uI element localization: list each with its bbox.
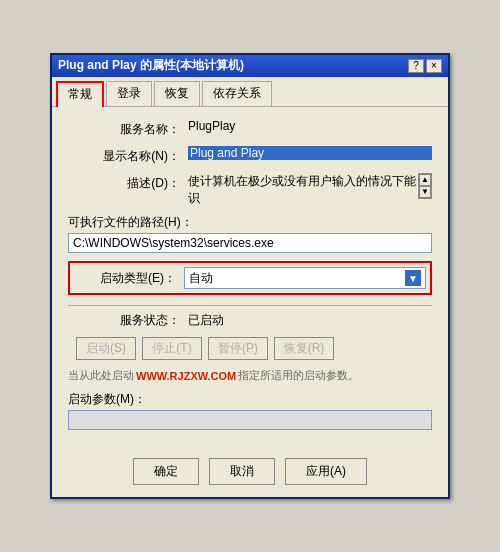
service-name-value: PlugPlay xyxy=(188,119,432,133)
watermark-suffix: 指定所适用的启动参数。 xyxy=(238,368,359,383)
service-name-label: 服务名称： xyxy=(68,119,188,138)
tab-restore[interactable]: 恢复 xyxy=(154,81,200,106)
startup-type-row: 启动类型(E)： 自动 ▼ xyxy=(68,261,432,295)
close-button[interactable]: × xyxy=(426,59,442,73)
action-buttons: 启动(S) 停止(T) 暂停(P) 恢复(R) xyxy=(68,337,432,360)
main-window: Plug and Play 的属性(本地计算机) ? × 常规 登录 恢复 依存… xyxy=(50,53,450,500)
window-title: Plug and Play 的属性(本地计算机) xyxy=(58,57,244,74)
path-value: C:\WINDOWS\system32\services.exe xyxy=(68,233,432,253)
path-label: 可执行文件的路径(H)： xyxy=(68,214,432,231)
startup-type-value: 自动 xyxy=(189,270,213,287)
display-name-value: Plug and Play xyxy=(188,146,432,160)
stop-button[interactable]: 停止(T) xyxy=(142,337,202,360)
tab-dependency[interactable]: 依存关系 xyxy=(202,81,272,106)
start-button[interactable]: 启动(S) xyxy=(76,337,136,360)
tab-bar: 常规 登录 恢复 依存关系 xyxy=(52,77,448,107)
param-row: 启动参数(M)： xyxy=(68,391,432,430)
bottom-button-bar: 确定 取消 应用(A) xyxy=(52,450,448,497)
description-scrollbar[interactable]: ▲ ▼ xyxy=(418,173,432,199)
startup-type-label: 启动类型(E)： xyxy=(74,270,184,287)
description-label: 描述(D)： xyxy=(68,173,188,192)
cancel-button[interactable]: 取消 xyxy=(209,458,275,485)
param-label: 启动参数(M)： xyxy=(68,391,432,408)
service-name-row: 服务名称： PlugPlay xyxy=(68,119,432,138)
watermark-prefix: 当从此处启动 xyxy=(68,368,134,383)
apply-button[interactable]: 应用(A) xyxy=(285,458,367,485)
pause-button[interactable]: 暂停(P) xyxy=(208,337,268,360)
service-status-row: 服务状态： 已启动 xyxy=(68,312,432,329)
description-value: 使计算机在极少或没有用户输入的情况下能识 xyxy=(188,173,416,207)
display-name-row: 显示名称(N)： Plug and Play xyxy=(68,146,432,165)
recover-button[interactable]: 恢复(R) xyxy=(274,337,334,360)
watermark-row: 当从此处启动 WWW.RJZXW.COM 指定所适用的启动参数。 xyxy=(68,368,432,383)
help-button[interactable]: ? xyxy=(408,59,424,73)
title-bar: Plug and Play 的属性(本地计算机) ? × xyxy=(52,55,448,77)
service-status-value: 已启动 xyxy=(188,312,224,329)
description-box: 使计算机在极少或没有用户输入的情况下能识 ▲ ▼ xyxy=(188,173,432,207)
dropdown-arrow-icon: ▼ xyxy=(405,270,421,286)
scroll-up-btn[interactable]: ▲ xyxy=(419,174,431,186)
divider xyxy=(68,305,432,306)
tab-general[interactable]: 常规 xyxy=(56,81,104,107)
tab-login[interactable]: 登录 xyxy=(106,81,152,106)
service-status-label: 服务状态： xyxy=(68,312,188,329)
watermark-url: WWW.RJZXW.COM xyxy=(136,370,236,382)
ok-button[interactable]: 确定 xyxy=(133,458,199,485)
startup-type-dropdown[interactable]: 自动 ▼ xyxy=(184,267,426,289)
tab-content: 服务名称： PlugPlay 显示名称(N)： Plug and Play 描述… xyxy=(52,107,448,451)
description-row: 描述(D)： 使计算机在极少或没有用户输入的情况下能识 ▲ ▼ xyxy=(68,173,432,207)
scroll-down-btn[interactable]: ▼ xyxy=(419,186,431,198)
path-row: 可执行文件的路径(H)： C:\WINDOWS\system32\service… xyxy=(68,214,432,253)
title-bar-buttons: ? × xyxy=(408,59,442,73)
param-input[interactable] xyxy=(68,410,432,430)
display-name-label: 显示名称(N)： xyxy=(68,146,188,165)
